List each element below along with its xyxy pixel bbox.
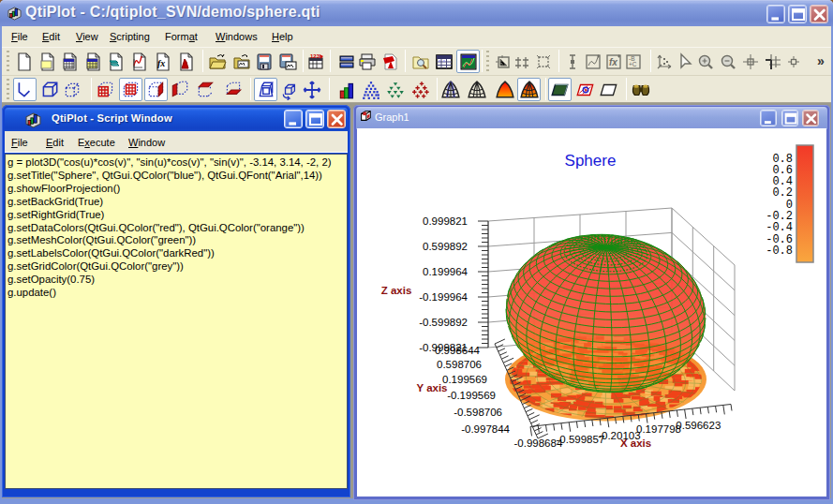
svg-text:fx: fx [157,58,165,68]
svg-text:123: 123 [310,53,320,59]
svg-text:-0.598706: -0.598706 [454,407,502,418]
svg-text:0.197798: 0.197798 [636,423,681,435]
svg-text:X axis: X axis [620,437,651,449]
svg-text:0.599892: 0.599892 [423,241,468,252]
svg-text:0.596623: 0.596623 [676,420,721,431]
svg-text:0.999821: 0.999821 [423,215,468,227]
svg-text:-0.199964: -0.199964 [419,291,468,303]
svg-text:Z axis: Z axis [381,285,412,296]
svg-text:-0.199569: -0.199569 [447,390,496,401]
svg-text:0.199569: 0.199569 [442,374,487,385]
svg-text:-0.8: -0.8 [766,245,793,258]
svg-text:0.598706: 0.598706 [437,359,482,370]
svg-text:-0.997844: -0.997844 [461,423,510,435]
svg-text:+C: +C [629,61,637,67]
svg-text:fx: fx [609,57,617,67]
svg-text:Y axis: Y axis [416,382,447,393]
svg-text:0.199964: 0.199964 [423,266,469,277]
svg-text:Sphere: Sphere [565,152,617,170]
svg-text:-0.599892: -0.599892 [419,317,468,328]
svg-text:0.998644: 0.998644 [435,345,481,356]
